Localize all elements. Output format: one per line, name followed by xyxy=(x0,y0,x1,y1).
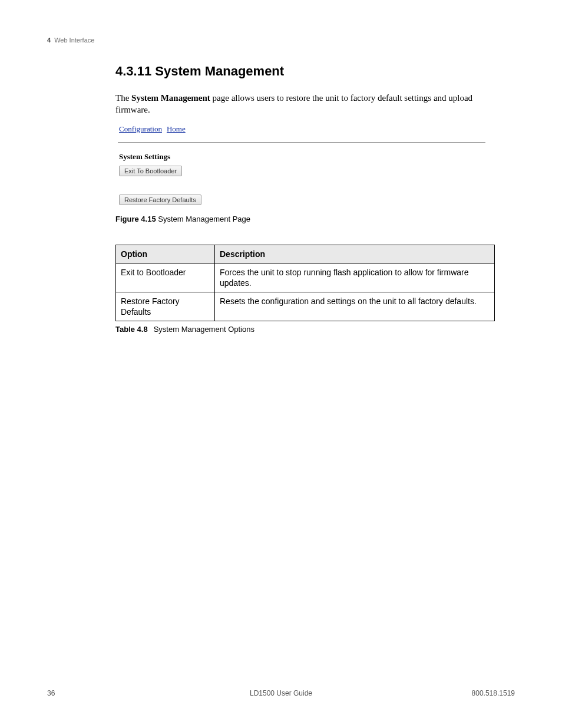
table-cell-description: Resets the configuration and settings on… xyxy=(215,292,495,321)
figure-nav-links: ConfigurationHome xyxy=(115,123,488,137)
table-header-option: Option xyxy=(116,245,215,263)
figure-embedded-screenshot: ConfigurationHome System Settings Exit T… xyxy=(115,123,488,223)
page-header: 4Web Interface xyxy=(47,37,515,44)
restore-factory-defaults-button[interactable]: Restore Factory Defaults xyxy=(119,195,201,205)
configuration-link[interactable]: Configuration xyxy=(119,124,162,133)
figure-caption-label: Figure 4.15 xyxy=(115,215,156,223)
table-cell-option: Exit to Bootloader xyxy=(116,263,215,292)
chapter-number: 4 xyxy=(47,37,51,44)
page-footer: 36 LD1500 User Guide 800.518.1519 xyxy=(47,689,515,697)
table-caption-text: System Management Options xyxy=(154,325,254,334)
chapter-title: Web Interface xyxy=(54,37,94,44)
document-title: LD1500 User Guide xyxy=(47,689,515,697)
table-header-row: Option Description xyxy=(116,245,495,263)
exit-to-bootloader-button[interactable]: Exit To Bootloader xyxy=(119,166,182,176)
table-row: Exit to Bootloader Forces the unit to st… xyxy=(116,263,495,292)
table-row: Restore Factory Defaults Resets the conf… xyxy=(116,292,495,321)
table-header-description: Description xyxy=(215,245,495,263)
figure-caption-text: System Management Page xyxy=(156,215,250,223)
table-caption-label: Table 4.8 xyxy=(115,325,148,334)
figure-subheading: System Settings xyxy=(119,152,484,162)
figure-caption: Figure 4.15 System Management Page xyxy=(115,215,488,223)
intro-prefix: The xyxy=(115,93,131,103)
section-heading: 4.3.11 System Management xyxy=(115,64,495,79)
section-intro: The System Management page allows users … xyxy=(115,92,495,116)
table-caption: Table 4.8System Management Options xyxy=(115,325,495,334)
options-table: Option Description Exit to Bootloader Fo… xyxy=(115,245,495,322)
home-link[interactable]: Home xyxy=(167,124,186,133)
figure-divider xyxy=(118,142,485,143)
intro-bold: System Management xyxy=(131,93,210,103)
table-cell-option: Restore Factory Defaults xyxy=(116,292,215,321)
table-cell-description: Forces the unit to stop running flash ap… xyxy=(215,263,495,292)
